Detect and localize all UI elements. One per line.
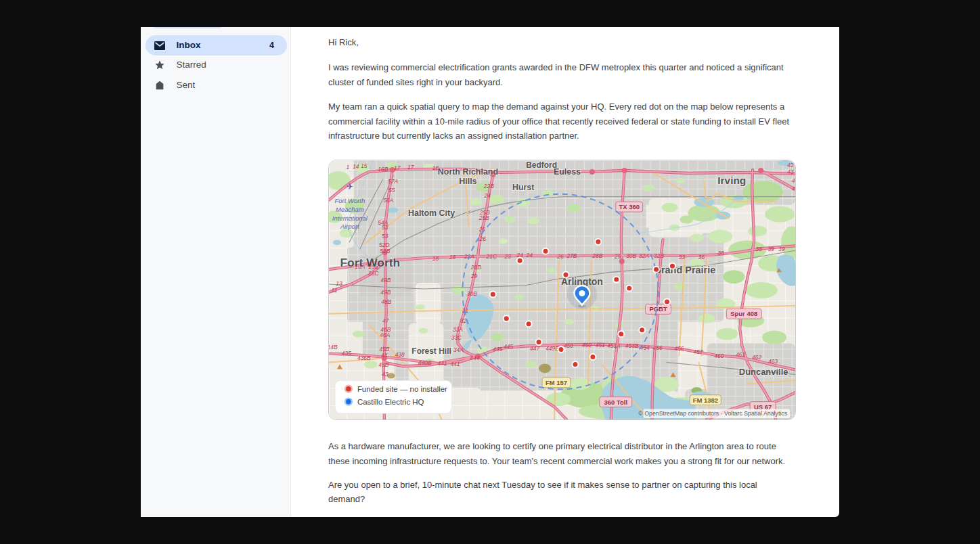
svg-text:39: 39 <box>767 246 774 252</box>
svg-text:14: 14 <box>353 163 359 170</box>
svg-text:46A: 46A <box>380 332 390 338</box>
svg-text:45B: 45B <box>378 361 388 368</box>
svg-text:33A: 33A <box>453 326 463 333</box>
svg-text:461: 461 <box>736 351 745 358</box>
svg-text:22B: 22B <box>483 183 494 189</box>
svg-text:11: 11 <box>332 287 338 294</box>
svg-text:33C: 33C <box>451 334 462 341</box>
svg-text:436B: 436B <box>357 355 371 361</box>
svg-text:13: 13 <box>336 280 342 287</box>
svg-text:4: 4 <box>792 185 795 192</box>
svg-text:16B: 16B <box>378 166 388 173</box>
svg-text:Haltom City: Haltom City <box>408 208 455 218</box>
svg-text:440B: 440B <box>418 359 432 366</box>
svg-text:47: 47 <box>382 317 389 324</box>
svg-text:456: 456 <box>674 345 684 352</box>
svg-text:49B: 49B <box>380 277 391 284</box>
svg-text:Euless: Euless <box>554 167 581 177</box>
svg-text:18: 18 <box>449 254 456 260</box>
svg-text:26: 26 <box>479 235 487 242</box>
svg-text:43: 43 <box>787 168 794 175</box>
svg-text:21C: 21C <box>486 253 497 260</box>
svg-text:49B: 49B <box>380 289 391 296</box>
svg-text:32: 32 <box>460 317 467 324</box>
svg-text:17: 17 <box>407 164 414 171</box>
svg-text:453A: 453A <box>607 342 621 349</box>
svg-text:444: 444 <box>470 355 479 361</box>
svg-text:435: 435 <box>342 350 351 357</box>
svg-text:FM 1382: FM 1382 <box>693 396 718 404</box>
svg-text:453B: 453B <box>625 342 639 349</box>
svg-text:18: 18 <box>432 255 439 262</box>
svg-text:57A: 57A <box>388 178 398 185</box>
svg-text:Funded site — no installer: Funded site — no installer <box>357 385 447 393</box>
svg-text:463: 463 <box>768 358 778 365</box>
svg-text:PGBT: PGBT <box>649 305 667 313</box>
svg-text:28B: 28B <box>470 264 481 271</box>
svg-text:International: International <box>332 214 368 222</box>
svg-text:30B: 30B <box>626 252 636 259</box>
svg-text:27B: 27B <box>566 252 577 259</box>
svg-text:14B: 14B <box>329 344 338 350</box>
svg-text:462: 462 <box>752 354 761 361</box>
svg-text:438: 438 <box>395 351 405 358</box>
svg-text:Irving: Irving <box>717 175 746 186</box>
svg-text:55: 55 <box>388 187 395 194</box>
svg-text:25B: 25B <box>478 214 489 221</box>
svg-text:48B: 48B <box>381 298 391 305</box>
svg-text:38: 38 <box>755 246 762 252</box>
svg-text:Spur 408: Spur 408 <box>730 310 757 317</box>
svg-text:17: 17 <box>394 164 401 171</box>
svg-text:Fort Worth: Fort Worth <box>335 197 365 204</box>
svg-text:4: 4 <box>792 177 795 184</box>
svg-text:24: 24 <box>484 192 491 199</box>
svg-text:56A: 56A <box>383 197 393 204</box>
svg-text:Bedford: Bedford <box>526 160 557 170</box>
svg-text:449E: 449E <box>545 345 559 352</box>
svg-text:447: 447 <box>530 345 539 352</box>
svg-text:33: 33 <box>679 254 686 260</box>
svg-text:441: 441 <box>437 360 447 367</box>
svg-text:43: 43 <box>787 162 794 168</box>
svg-text:445: 445 <box>493 346 502 353</box>
svg-text:26: 26 <box>478 226 486 233</box>
svg-text:36: 36 <box>698 254 705 260</box>
svg-text:28B: 28B <box>592 252 602 259</box>
svg-text:© OpenStreetMap contributors ·: © OpenStreetMap contributors · Voltarc S… <box>638 410 787 417</box>
svg-text:Airport: Airport <box>340 223 359 230</box>
svg-text:29: 29 <box>470 273 478 279</box>
svg-text:457: 457 <box>693 349 703 356</box>
svg-text:441: 441 <box>450 361 460 367</box>
svg-text:Hills: Hills <box>459 177 476 186</box>
svg-text:44: 44 <box>381 352 388 359</box>
svg-text:360 Toll: 360 Toll <box>604 399 628 406</box>
svg-text:53: 53 <box>382 224 388 231</box>
svg-text:460: 460 <box>714 353 723 359</box>
svg-text:450: 450 <box>564 342 573 349</box>
svg-text:Grand Prairie: Grand Prairie <box>654 265 716 275</box>
svg-text:✈: ✈ <box>346 181 353 191</box>
svg-text:Duncanville: Duncanville <box>739 367 788 377</box>
svg-text:Forest Hill: Forest Hill <box>411 347 451 357</box>
svg-text:36: 36 <box>718 250 725 256</box>
svg-text:32A: 32A <box>639 252 649 259</box>
svg-text:1: 1 <box>347 164 350 171</box>
svg-text:FM 157: FM 157 <box>545 379 567 386</box>
svg-text:32B: 32B <box>654 252 664 259</box>
svg-text:445: 445 <box>504 343 513 350</box>
svg-text:451: 451 <box>596 342 605 348</box>
svg-text:Fort Worth: Fort Worth <box>340 256 400 269</box>
svg-text:TX 360: TX 360 <box>619 203 640 210</box>
svg-text:26: 26 <box>556 253 564 260</box>
svg-text:15: 15 <box>361 162 368 169</box>
svg-text:Meacham: Meacham <box>336 206 364 213</box>
svg-text:39: 39 <box>778 246 785 252</box>
svg-text:30B: 30B <box>467 290 477 297</box>
svg-text:29: 29 <box>614 253 621 260</box>
svg-text:53: 53 <box>382 233 388 240</box>
svg-text:24: 24 <box>525 252 533 258</box>
svg-text:43: 43 <box>382 371 388 378</box>
svg-text:45B: 45B <box>379 346 389 353</box>
svg-text:16C: 16C <box>368 270 379 277</box>
svg-text:450: 450 <box>582 342 592 348</box>
